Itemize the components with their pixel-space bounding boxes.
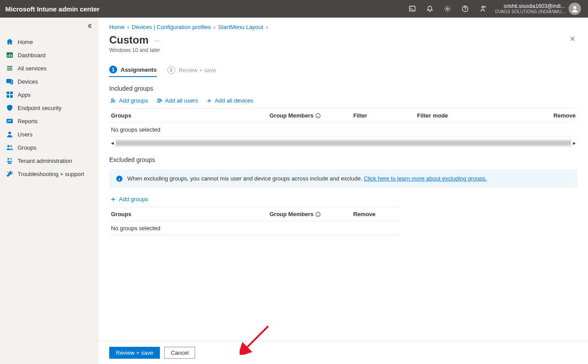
sidebar-item-users[interactable]: Users: [0, 128, 99, 141]
add-all-users-button[interactable]: Add all users: [156, 97, 198, 104]
step-number-icon: 1: [109, 66, 117, 74]
included-groups-title: Included groups: [109, 85, 577, 92]
svg-point-4: [573, 6, 577, 9]
svg-rect-24: [8, 162, 11, 164]
home-icon: [6, 38, 13, 45]
chevron-right-icon: ›: [266, 24, 268, 30]
svg-point-26: [157, 99, 159, 100]
svg-rect-17: [10, 95, 13, 98]
button-label: Add groups: [119, 97, 148, 104]
sidebar-item-label: Tenant administration: [18, 158, 72, 164]
col-group-members: Group Members: [270, 112, 353, 119]
sidebar-item-tenant-admin[interactable]: Tenant administration: [0, 154, 99, 167]
svg-point-25: [111, 99, 113, 100]
sidebar-item-apps[interactable]: Apps: [0, 88, 99, 101]
col-group-members: Group Members: [270, 211, 353, 217]
col-groups: Groups: [111, 112, 270, 119]
sidebar-item-all-services[interactable]: All services: [0, 62, 99, 75]
sidebar-item-home[interactable]: Home: [0, 35, 99, 48]
table-header: Groups Group Members Filter Filter mode …: [109, 109, 577, 123]
plus-icon: [206, 98, 212, 104]
svg-point-23: [10, 158, 12, 160]
sidebar-item-dashboard[interactable]: Dashboard: [0, 48, 99, 62]
tab-review-save[interactable]: 2 Review + save: [167, 63, 216, 77]
breadcrumb-devices-config[interactable]: Devices | Configuration profiles: [132, 24, 211, 30]
list-icon: [6, 65, 13, 72]
user-email: srishti.sisodia1603@indi...: [495, 4, 565, 9]
page-title: Custom: [109, 34, 148, 46]
info-text: When excluding groups, you cannot mix us…: [127, 175, 364, 182]
scroll-left-icon[interactable]: ◀: [109, 140, 115, 147]
more-menu[interactable]: ···: [154, 37, 160, 44]
user-org: DVAGS SOLUTIONS (INDIANMU...: [495, 9, 565, 14]
col-remove: Remove: [353, 211, 398, 217]
included-empty-row: No groups selected: [109, 123, 577, 137]
svg-rect-13: [11, 80, 13, 84]
svg-point-21: [10, 145, 12, 147]
scroll-right-icon[interactable]: ▶: [571, 140, 577, 147]
info-icon[interactable]: [315, 212, 321, 217]
review-save-button[interactable]: Review + save: [109, 347, 160, 359]
step-number-icon: 2: [167, 66, 175, 74]
sidebar-item-label: Dashboard: [18, 52, 46, 59]
info-icon[interactable]: [315, 113, 321, 118]
breadcrumb: Home › Devices | Configuration profiles …: [99, 18, 588, 32]
settings-icon[interactable]: [439, 0, 456, 18]
sidebar-item-label: Troubleshooting + support: [18, 171, 84, 177]
button-label: Add all devices: [215, 97, 253, 104]
sidebar-collapse-button[interactable]: [86, 23, 92, 30]
app-title: Microsoft Intune admin center: [5, 5, 100, 13]
chevron-right-icon: ›: [127, 24, 129, 30]
info-link[interactable]: Click here to learn more about excluding…: [364, 175, 487, 182]
breadcrumb-startmenu-layout[interactable]: StartMenu Layout: [218, 24, 263, 30]
add-person-icon: [110, 98, 116, 104]
add-groups-button[interactable]: Add groups: [110, 97, 148, 104]
account-menu[interactable]: srishti.sisodia1603@indi... DVAGS SOLUTI…: [492, 3, 583, 15]
sidebar-item-devices[interactable]: Devices: [0, 75, 99, 88]
excluded-empty-row: No groups selected: [109, 221, 400, 235]
sidebar-item-endpoint-security[interactable]: Endpoint security: [0, 101, 99, 114]
plus-icon: [110, 196, 116, 202]
sidebar-item-label: Reports: [18, 118, 38, 125]
sidebar-item-label: Users: [18, 131, 33, 138]
reports-icon: [6, 118, 13, 125]
feedback-icon[interactable]: [474, 0, 492, 18]
sidebar-item-reports[interactable]: Reports: [0, 114, 99, 128]
step-label: Assignments: [121, 66, 157, 73]
col-filter: Filter: [353, 112, 417, 119]
svg-rect-14: [7, 92, 9, 94]
cancel-button[interactable]: Cancel: [164, 347, 195, 359]
notifications-icon[interactable]: [421, 0, 439, 18]
step-label: Review + save: [179, 67, 216, 74]
svg-point-22: [7, 158, 9, 160]
sidebar-item-troubleshooting[interactable]: Troubleshooting + support: [0, 167, 99, 180]
svg-rect-15: [10, 92, 13, 94]
close-button[interactable]: [568, 34, 577, 45]
add-all-devices-button[interactable]: Add all devices: [206, 97, 253, 104]
horizontal-scrollbar[interactable]: ◀ ▶: [109, 140, 577, 147]
page-subtitle: Windows 10 and later: [109, 47, 160, 53]
breadcrumb-home[interactable]: Home: [109, 24, 125, 30]
apps-icon: [6, 91, 13, 98]
dashboard-icon: [6, 51, 13, 59]
col-groups: Groups: [111, 211, 270, 217]
button-label: Add groups: [119, 196, 148, 202]
svg-rect-7: [9, 54, 10, 57]
tab-assignments[interactable]: 1 Assignments: [109, 63, 157, 77]
add-excluded-groups-button[interactable]: Add groups: [110, 196, 148, 202]
sidebar-item-label: Endpoint security: [18, 105, 62, 111]
sidebar-item-label: Devices: [18, 78, 38, 85]
chevron-right-icon: ›: [214, 24, 215, 30]
sidebar-item-groups[interactable]: Groups: [0, 141, 99, 154]
scroll-track[interactable]: [116, 141, 570, 145]
cloudshell-icon[interactable]: [403, 0, 421, 18]
help-icon[interactable]: [456, 0, 474, 18]
avatar: [569, 3, 581, 15]
svg-point-3: [482, 6, 484, 8]
groups-icon: [6, 144, 13, 151]
svg-rect-18: [7, 119, 13, 123]
excluded-groups-title: Excluded groups: [109, 156, 577, 163]
svg-point-19: [8, 132, 11, 134]
tenant-icon: [6, 157, 13, 164]
add-users-icon: [156, 98, 163, 104]
